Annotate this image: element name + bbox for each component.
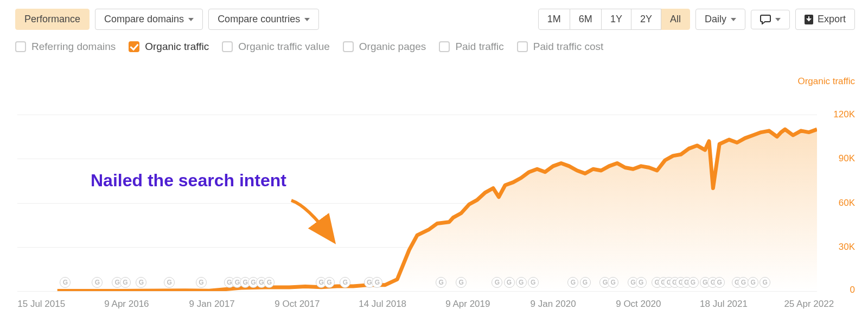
checkbox-icon [129,41,139,52]
metric-label: Referring domains [31,41,116,53]
y-tick-60000: 60K [839,198,855,209]
google-update-icon: G [504,277,515,288]
chart-x-axis: 15 Jul 20159 Apr 20169 Jan 20179 Oct 201… [17,291,817,311]
google-update-icon: G [760,277,770,288]
x-tick: 25 Apr 2022 [784,299,834,310]
google-update-icon: G [264,277,275,288]
google-update-icon: G [567,277,578,288]
metric-label: Organic traffic [145,41,209,53]
export-label: Export [818,14,846,25]
google-update-icon: G [92,277,103,288]
metric-label: Paid traffic [455,41,503,53]
metric-paid-traffic[interactable]: Paid traffic [439,41,503,53]
google-update-icon: G [324,277,335,288]
checkbox-icon [439,41,450,52]
x-tick: 9 Jan 2020 [531,299,576,310]
metric-organic-traffic-value[interactable]: Organic traffic value [222,41,330,53]
range-6M[interactable]: 6M [570,9,602,30]
metric-label: Organic traffic value [238,41,330,53]
time-range-segment: 1M6M1Y2YAll [538,9,690,30]
google-update-icon: G [608,277,618,288]
metric-organic-pages[interactable]: Organic pages [343,41,426,53]
chart-plot[interactable]: GGGGGGGGGGGGGGGGGGGGGGGGGGGGGGGGGGGGGGGG… [17,100,817,291]
y-tick-120000: 120K [833,109,855,120]
google-update-icon: G [164,277,175,288]
checkbox-icon [517,41,528,52]
metric-organic-traffic[interactable]: Organic traffic [129,41,209,53]
x-tick: 9 Oct 2017 [275,299,320,310]
google-update-icon: G [196,277,207,288]
y-tick-0: 0 [819,285,855,295]
x-tick: 9 Apr 2016 [104,299,149,310]
google-update-icon: G [580,277,591,288]
chevron-down-icon [731,18,736,21]
metric-referring-domains[interactable]: Referring domains [15,41,116,53]
google-update-icon: G [372,277,382,288]
x-tick: 9 Jan 2017 [189,299,235,310]
range-2Y[interactable]: 2Y [631,9,661,30]
chevron-down-icon [775,18,781,21]
compare-countries-button[interactable]: Compare countries [208,9,319,30]
google-update-icon: G [340,277,350,288]
google-update-icon: G [136,277,146,288]
checkbox-icon [343,41,354,52]
chevron-down-icon [304,18,310,21]
google-update-icon: G [456,277,467,288]
x-tick: 15 Jul 2015 [17,299,65,310]
notes-button[interactable] [751,10,790,29]
google-update-icon: G [636,277,647,288]
chart-title: Organic traffic [797,76,855,87]
google-update-icon: G [516,277,527,288]
google-update-icon: G [528,277,539,288]
metric-checkbox-row: Referring domainsOrganic trafficOrganic … [15,41,855,53]
tab-performance-label: Performance [24,14,80,25]
chevron-down-icon [188,18,194,21]
compare-domains-button[interactable]: Compare domains [95,9,203,30]
checkbox-icon [222,41,233,52]
google-update-icon: G [688,277,699,288]
google-update-icon: G [714,277,725,288]
metric-paid-traffic-cost[interactable]: Paid traffic cost [517,41,604,53]
chart-annotation: Nailed the search intent [91,171,286,191]
range-1Y[interactable]: 1Y [602,9,631,30]
checkbox-icon [15,41,26,52]
google-update-icon: G [60,277,71,288]
y-tick-90000: 90K [839,153,855,164]
metric-label: Organic pages [359,41,426,53]
y-tick-30000: 30K [839,242,855,253]
annotation-arrow-icon [289,198,343,247]
export-button[interactable]: Export [795,9,855,30]
compare-countries-label: Compare countries [218,14,300,25]
range-1M[interactable]: 1M [538,9,570,30]
speech-bubble-icon [760,15,771,24]
range-All[interactable]: All [661,9,690,30]
tab-performance[interactable]: Performance [15,9,90,30]
google-update-icon: G [436,277,446,288]
x-tick: 14 Jul 2018 [359,299,406,310]
granularity-label: Daily [705,14,726,25]
google-update-icon: G [748,277,758,288]
google-update-icon: G [492,277,502,288]
granularity-button[interactable]: Daily [695,9,745,30]
compare-domains-label: Compare domains [104,14,184,25]
google-update-icon: G [120,277,131,288]
metric-label: Paid traffic cost [533,41,604,53]
x-tick: 9 Oct 2020 [616,299,661,310]
x-tick: 9 Apr 2019 [445,299,490,310]
download-icon [805,15,813,24]
x-tick: 18 Jul 2021 [700,299,748,310]
